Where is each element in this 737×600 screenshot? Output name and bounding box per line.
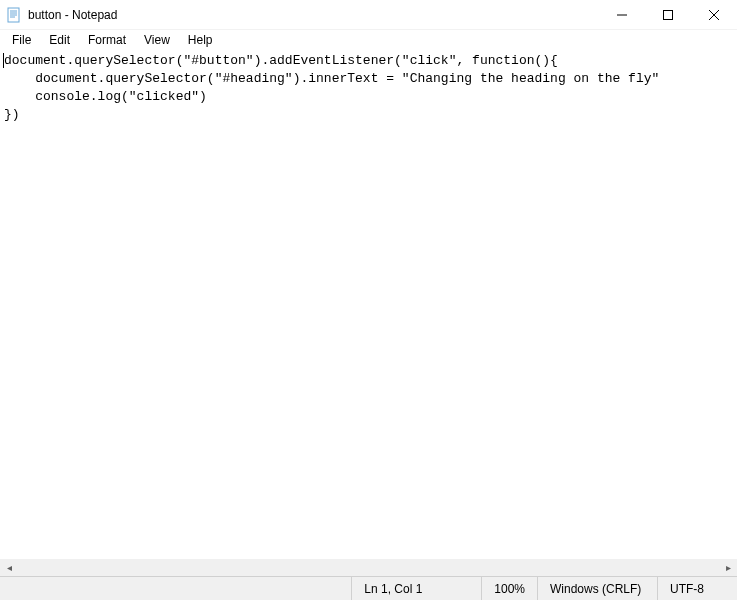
status-zoom: 100% (481, 577, 537, 600)
window-title: button - Notepad (28, 8, 599, 22)
svg-rect-6 (664, 10, 673, 19)
horizontal-scrollbar[interactable]: ◂ ▸ (0, 559, 737, 576)
minimize-button[interactable] (599, 0, 645, 29)
statusbar: Ln 1, Col 1 100% Windows (CRLF) UTF-8 (0, 576, 737, 600)
menu-file[interactable]: File (4, 31, 39, 49)
maximize-button[interactable] (645, 0, 691, 29)
menu-view[interactable]: View (136, 31, 178, 49)
menu-edit[interactable]: Edit (41, 31, 78, 49)
code-line: document.querySelector("#button").addEve… (4, 53, 558, 68)
notepad-icon (6, 7, 22, 23)
menu-format[interactable]: Format (80, 31, 134, 49)
window-controls (599, 0, 737, 29)
close-button[interactable] (691, 0, 737, 29)
code-line: }) (4, 107, 20, 122)
status-encoding: UTF-8 (657, 577, 737, 600)
code-line: document.querySelector("#heading").inner… (4, 71, 659, 86)
status-line-ending: Windows (CRLF) (537, 577, 657, 600)
scroll-left-icon[interactable]: ◂ (2, 562, 16, 573)
menubar: File Edit Format View Help (0, 30, 737, 50)
text-editor[interactable]: document.querySelector("#button").addEve… (0, 50, 737, 559)
menu-help[interactable]: Help (180, 31, 221, 49)
titlebar: button - Notepad (0, 0, 737, 30)
code-line: console.log("clicked") (4, 89, 207, 104)
status-position: Ln 1, Col 1 (351, 577, 481, 600)
scroll-right-icon[interactable]: ▸ (721, 562, 735, 573)
